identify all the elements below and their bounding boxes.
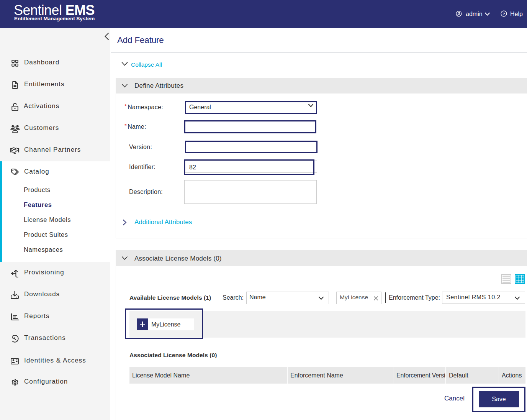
svg-text:?: ?: [502, 11, 505, 16]
